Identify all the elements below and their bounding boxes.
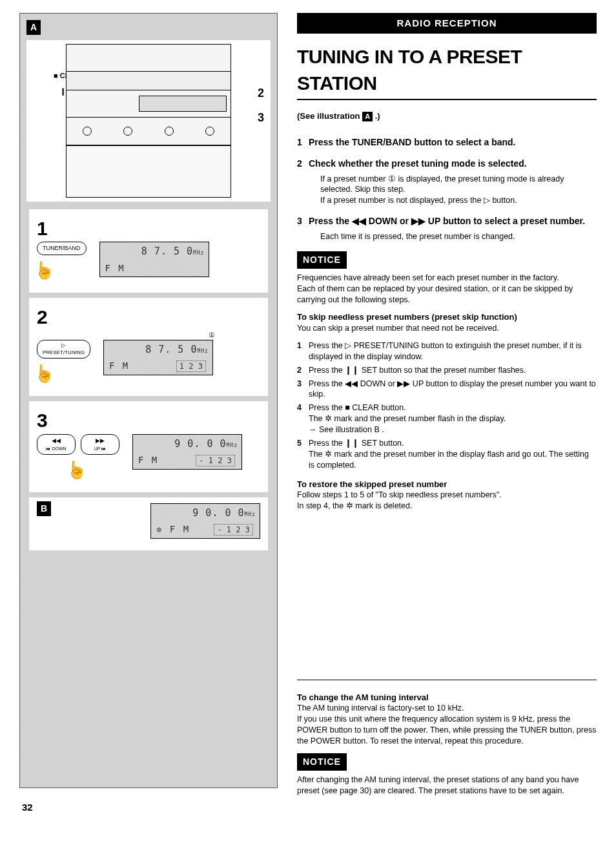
step3-num: 3: [37, 408, 260, 434]
section-header: RADIO RECEPTION: [297, 13, 597, 34]
step1-panel: 1 TUNER/BAND 8 7. 5 0MHz F M: [29, 209, 268, 293]
down-button: ◀◀⏮ DOWN: [37, 434, 76, 455]
notice-label-1: NOTICE: [297, 251, 347, 269]
circled-1-icon: ①: [209, 331, 215, 339]
stereo-diagram: ■ CLEAR ❙❙ SET 1 2 3: [26, 40, 271, 202]
lcd-display-b: 9 0. 0 0MHz ✲ F M - 1 2 3: [150, 503, 260, 539]
tuner-band-button: TUNER/BAND: [37, 242, 87, 255]
notice-label-2: NOTICE: [297, 753, 347, 771]
illustration-area: A ■ CLEAR ❙❙ SET 1 2 3 1: [19, 13, 278, 788]
hand-icon: [69, 459, 87, 481]
main-steps: 1 Press the TUNER/BAND button to select …: [297, 136, 597, 242]
hand-icon: [37, 362, 55, 384]
main-step-3: 3 Press the ◀◀ DOWN or ▶▶ UP button to s…: [297, 215, 597, 242]
step1-num: 1: [37, 216, 260, 242]
skip-intro: You can skip a preset number that need n…: [297, 323, 597, 334]
main-step-1: 1 Press the TUNER/BAND button to select …: [297, 136, 597, 149]
notice-1-text: Frequencies have already been set for ea…: [297, 273, 597, 306]
illustration-b-panel: B 9 0. 0 0MHz ✲ F M - 1 2 3: [29, 497, 268, 550]
lcd-display-3: 9 0. 0 0MHz F M - 1 2 3: [132, 434, 242, 470]
separator: [297, 680, 597, 680]
lcd-display-2: 8 7. 5 0MHz F M 1 2 3: [103, 340, 213, 375]
notice-2-text: After changing the AM tuning interval, t…: [297, 775, 597, 797]
preset-tuning-button: ▷PRESET/TUNING: [37, 340, 90, 359]
page-title: TUNING IN TO A PRESET STATION: [297, 44, 597, 100]
callout-3: 3: [258, 110, 264, 125]
step2-num: 2: [37, 304, 260, 331]
ref-box-a: A: [362, 112, 373, 121]
see-illustration-ref: (See illustration A .): [297, 110, 597, 122]
skip-heading: To skip needless preset numbers (preset …: [297, 311, 597, 323]
main-step-2: 2 Check whether the preset tuning mode i…: [297, 158, 597, 207]
am-heading: To change the AM tuning interval: [297, 692, 597, 703]
am-text: The AM tuning interval is factory-set to…: [297, 703, 597, 747]
illustration-label-a: A: [26, 20, 41, 35]
step2-panel: 2 ① ▷PRESET/TUNING 8 7. 5 0MHz F M 1 2 3: [29, 298, 268, 397]
restore-heading: To restore the skipped preset number: [297, 479, 597, 490]
callout-2: 2: [258, 85, 264, 101]
hand-icon: [37, 259, 55, 281]
step3-panel: 3 ◀◀⏮ DOWN ▶▶UP ⏭ 9 0. 0 0MHz F M - 1 2 …: [29, 401, 268, 492]
illustration-label-b: B: [37, 501, 51, 516]
restore-text: Follow steps 1 to 5 of "To skip needless…: [297, 490, 597, 512]
page-number: 32: [22, 801, 278, 814]
up-button: ▶▶UP ⏭: [81, 434, 119, 455]
skip-steps: 1Press the ▷ PRESET/TUNING button to ext…: [297, 340, 597, 471]
lcd-display-1: 8 7. 5 0MHz F M: [99, 242, 209, 277]
